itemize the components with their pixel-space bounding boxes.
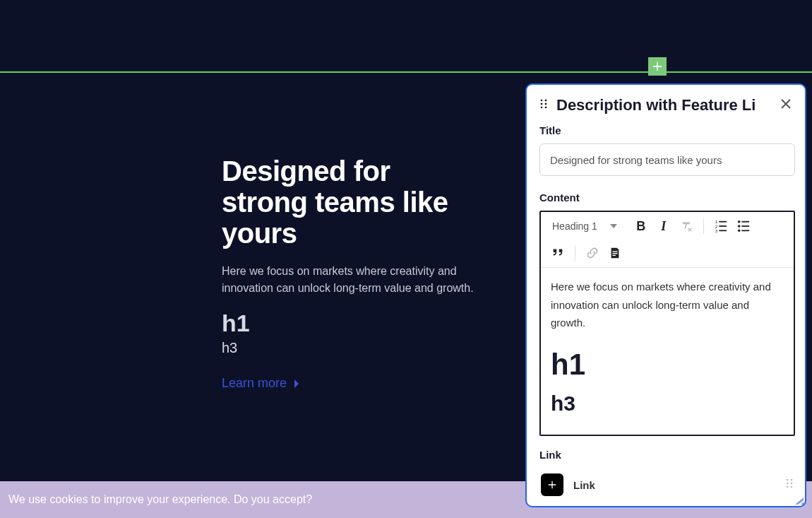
svg-text:3: 3 — [715, 229, 717, 232]
unordered-list-icon — [737, 220, 750, 232]
resize-handle[interactable] — [794, 495, 804, 505]
preview-body: Here we focus on markets where creativit… — [222, 263, 476, 297]
svg-point-24 — [791, 483, 793, 485]
svg-point-3 — [545, 103, 547, 105]
ordered-list-icon: 123 — [715, 220, 727, 232]
add-link-button[interactable] — [541, 473, 563, 496]
svg-point-22 — [791, 479, 793, 481]
link-item-label: Link — [573, 479, 775, 491]
format-selector-label: Heading 1 — [552, 220, 597, 232]
ordered-list-button[interactable]: 123 — [711, 216, 731, 236]
drag-handle-icon[interactable] — [539, 98, 548, 112]
link-button[interactable] — [583, 243, 602, 263]
link-icon — [586, 247, 599, 259]
svg-point-21 — [787, 479, 789, 481]
svg-rect-18 — [612, 251, 617, 252]
format-selector[interactable]: Heading 1 — [548, 218, 621, 235]
svg-rect-17 — [741, 230, 749, 231]
svg-point-14 — [738, 225, 741, 228]
toolbar-separator — [575, 245, 575, 261]
svg-rect-9 — [719, 225, 727, 227]
quote-icon — [551, 247, 564, 259]
svg-rect-20 — [612, 255, 616, 256]
content-field-label: Content — [539, 192, 795, 204]
svg-point-26 — [791, 486, 793, 488]
svg-point-12 — [738, 220, 741, 223]
preview-heading1: h1 — [222, 310, 476, 337]
title-field-label: Title — [539, 124, 795, 136]
rich-text-editor: Heading 1 B I 123 — [539, 211, 795, 436]
learn-more-label: Learn more — [222, 376, 287, 391]
add-section-button[interactable] — [648, 57, 667, 76]
svg-rect-13 — [741, 221, 749, 223]
panel-body[interactable]: Title Content Heading 1 B I 123 — [527, 122, 805, 506]
link-drag-handle[interactable] — [785, 478, 794, 492]
bold-button[interactable]: B — [631, 216, 651, 236]
svg-rect-19 — [612, 253, 617, 254]
chevron-down-icon — [610, 224, 617, 228]
svg-point-2 — [541, 103, 543, 105]
svg-rect-11 — [719, 230, 727, 231]
link-section: Link Link — [539, 449, 795, 499]
svg-point-16 — [738, 230, 741, 232]
resize-icon — [794, 495, 804, 505]
document-icon — [609, 247, 621, 259]
svg-text:2: 2 — [715, 225, 717, 229]
document-button[interactable] — [605, 243, 625, 263]
blockquote-button[interactable] — [548, 243, 568, 263]
svg-point-5 — [545, 107, 547, 109]
preview-heading3: h3 — [222, 340, 476, 356]
preview-title: Designed for strong teams like yours — [222, 155, 476, 249]
close-icon — [780, 98, 792, 110]
svg-point-23 — [787, 483, 789, 485]
toolbar-separator — [703, 218, 704, 234]
learn-more-link[interactable]: Learn more — [222, 376, 299, 391]
editor-heading1: h1 — [551, 348, 784, 382]
svg-rect-7 — [719, 221, 727, 223]
title-input[interactable] — [539, 143, 795, 176]
content-preview: Designed for strong teams like yours Her… — [222, 155, 476, 391]
clear-format-icon — [680, 220, 693, 232]
chevron-right-icon — [294, 379, 299, 389]
editor-paragraph: Here we focus on markets where creativit… — [551, 278, 784, 332]
svg-point-4 — [541, 107, 543, 109]
plus-icon — [547, 479, 558, 490]
link-item: Link — [539, 471, 795, 499]
panel-header: Description with Feature Li — [527, 85, 805, 122]
drag-handle-icon — [785, 478, 794, 489]
italic-button[interactable]: I — [654, 216, 674, 236]
cookie-message: We use cookies to improve your experienc… — [8, 493, 312, 506]
plus-icon — [651, 60, 664, 73]
svg-text:1: 1 — [715, 220, 717, 224]
link-field-label: Link — [539, 449, 795, 461]
svg-point-1 — [545, 100, 547, 102]
unordered-list-button[interactable] — [734, 216, 753, 236]
editor-toolbar: Heading 1 B I 123 — [541, 212, 794, 268]
editor-content-area[interactable]: Here we focus on markets where creativit… — [541, 268, 794, 435]
svg-point-0 — [541, 100, 543, 102]
section-divider — [0, 71, 812, 73]
svg-rect-15 — [741, 225, 749, 227]
close-button[interactable] — [780, 98, 792, 113]
panel-title: Description with Feature Li — [556, 96, 771, 114]
editor-heading3: h3 — [551, 392, 784, 416]
clear-format-button[interactable] — [676, 216, 696, 236]
svg-point-25 — [787, 486, 789, 488]
editor-panel: Description with Feature Li Title Conten… — [525, 83, 806, 507]
